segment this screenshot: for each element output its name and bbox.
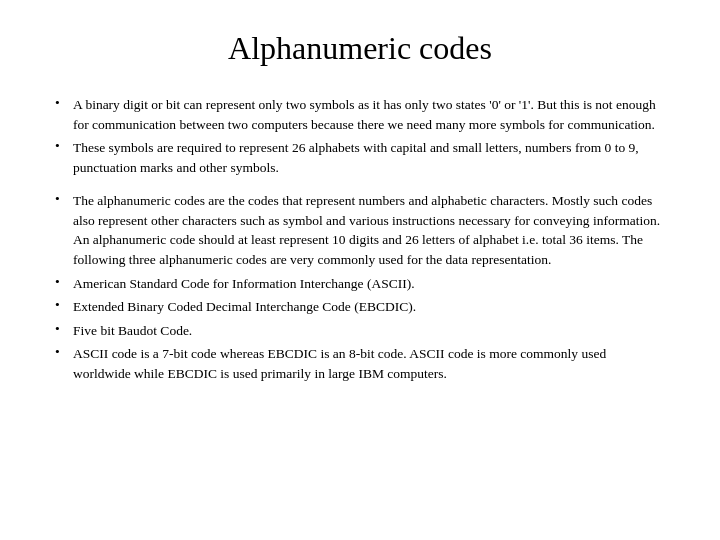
bullet-group-1: • A binary digit or bit can represent on… [55,95,665,177]
list-item: • ASCII code is a 7-bit code whereas EBC… [55,344,665,383]
bullet-text: American Standard Code for Information I… [73,274,665,294]
bullet-text: Five bit Baudot Code. [73,321,665,341]
list-item: • American Standard Code for Information… [55,274,665,294]
list-item: • Extended Binary Coded Decimal Intercha… [55,297,665,317]
bullet-text: ASCII code is a 7-bit code whereas EBCDI… [73,344,665,383]
bullet-group-2: • The alphanumeric codes are the codes t… [55,191,665,383]
bullet-icon: • [55,274,73,290]
list-item: • A binary digit or bit can represent on… [55,95,665,134]
bullet-text: The alphanumeric codes are the codes tha… [73,191,665,269]
bullet-icon: • [55,191,73,207]
page-title: Alphanumeric codes [55,30,665,67]
bullet-icon: • [55,297,73,313]
bullet-text: These symbols are required to represent … [73,138,665,177]
list-item: • The alphanumeric codes are the codes t… [55,191,665,269]
bullet-icon: • [55,138,73,154]
bullet-icon: • [55,95,73,111]
bullet-text: A binary digit or bit can represent only… [73,95,665,134]
bullet-icon: • [55,321,73,337]
bullet-icon: • [55,344,73,360]
bullet-text: Extended Binary Coded Decimal Interchang… [73,297,665,317]
list-item: • Five bit Baudot Code. [55,321,665,341]
list-item: • These symbols are required to represen… [55,138,665,177]
page: Alphanumeric codes • A binary digit or b… [0,0,720,540]
